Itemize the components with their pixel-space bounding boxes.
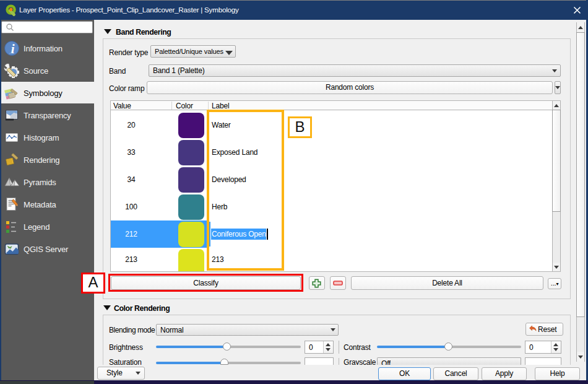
svg-text:i: i	[11, 41, 15, 56]
